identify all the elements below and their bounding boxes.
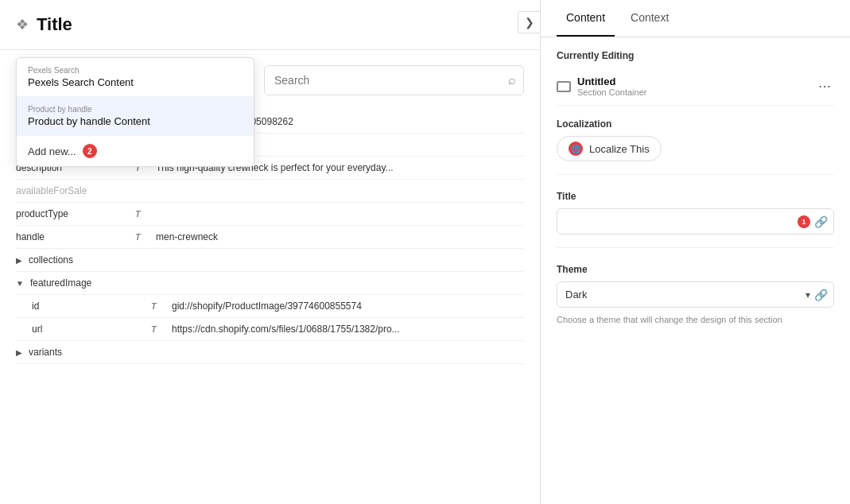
search-wrapper: ⌕ <box>264 65 524 95</box>
theme-field-section: Theme Dark Light Auto ▾ 🔗 Choose a theme… <box>557 264 834 326</box>
expand-icon: ▶ <box>16 256 22 265</box>
table-row: availableForSale <box>16 180 524 203</box>
row-type: T <box>151 324 164 334</box>
theme-select[interactable]: Dark Light Auto <box>557 281 834 308</box>
more-options-button[interactable]: ⋯ <box>815 76 834 97</box>
title-field-label: Title <box>557 191 834 202</box>
section-key: collections <box>29 254 73 266</box>
row-value: https://cdn.shopify.com/s/files/1/0688/1… <box>172 324 400 335</box>
localize-label: Localize This <box>589 143 650 155</box>
editing-text: Untitled Section Container <box>577 76 646 97</box>
table-row: url T https://cdn.shopify.com/s/files/1/… <box>16 318 524 341</box>
editing-info: Untitled Section Container <box>557 76 646 97</box>
localization-section: Localization 🌐 Localize This <box>557 118 834 175</box>
globe-icon: 🌐 <box>569 142 583 156</box>
currently-editing: Untitled Section Container ⋯ <box>557 68 834 106</box>
editing-sub: Section Container <box>577 87 646 97</box>
right-panel: Content Context Currently Editing Untitl… <box>541 0 850 504</box>
title-field-wrapper: 1 🔗 <box>557 208 834 235</box>
expand-icon: ▶ <box>16 348 22 357</box>
search-input[interactable] <box>264 65 524 95</box>
table-row: handle T men-crewneck <box>16 226 524 249</box>
row-type: T <box>135 232 148 242</box>
expand-icon: ▼ <box>16 279 24 288</box>
link-icon: 🔗 <box>814 289 828 301</box>
row-key: productType <box>16 208 127 219</box>
right-content: Currently Editing Untitled Section Conta… <box>541 37 850 504</box>
theme-description: Choose a theme that will change the desi… <box>557 314 834 326</box>
left-panel: ❯ ❖ Title Product by handle Product by h… <box>0 0 541 504</box>
table-row: productType T <box>16 203 524 226</box>
tabs: Content Context <box>541 0 850 37</box>
search-icon: ⌕ <box>508 73 516 87</box>
title-icon: ❖ <box>16 16 29 33</box>
menu-item-label-pexels: Pexels Search <box>28 66 243 75</box>
add-new-badge: 2 <box>83 144 97 158</box>
row-type: T <box>151 301 164 311</box>
row-type: T <box>135 209 148 219</box>
currently-editing-title: Currently Editing <box>557 50 834 61</box>
add-new-label: Add new... <box>28 145 76 157</box>
variants-section-row[interactable]: ▶ variants <box>16 341 524 364</box>
featured-image-section-row[interactable]: ▼ featuredImage <box>16 272 524 295</box>
section-key: featuredImage <box>30 277 91 289</box>
container-icon <box>557 81 571 92</box>
localization-title: Localization <box>557 118 834 130</box>
tab-context[interactable]: Context <box>621 0 678 37</box>
data-table: gid://shopify/Product/7982905098262 crew… <box>0 110 540 504</box>
row-value: men-crewneck <box>156 231 218 242</box>
menu-item-value-pexels: Pexels Search Content <box>28 76 243 88</box>
menu-item-label-product: Product by handle <box>28 105 243 114</box>
row-key: handle <box>16 231 127 242</box>
theme-field-label: Theme <box>557 264 834 275</box>
table-row: id T gid://shopify/ProductImage/39774600… <box>16 295 524 318</box>
add-new-item[interactable]: Add new... 2 <box>17 136 254 166</box>
editing-name: Untitled <box>577 76 646 87</box>
row-key: id <box>32 300 143 312</box>
collections-section-row[interactable]: ▶ collections <box>16 249 524 272</box>
title-badge: 1 <box>798 215 810 228</box>
title-field-section: Title 1 🔗 <box>557 191 834 248</box>
section-key: variants <box>29 347 62 358</box>
page-title: Title <box>37 14 72 35</box>
collapse-button[interactable]: ❯ <box>518 11 540 33</box>
row-key-muted: availableForSale <box>16 185 127 196</box>
dropdown-menu: Pexels Search Pexels Search Content Prod… <box>16 57 254 167</box>
dropdown-menu-item-product[interactable]: Product by handle Product by handle Cont… <box>17 97 254 136</box>
tab-content[interactable]: Content <box>557 0 615 37</box>
row-value: gid://shopify/ProductImage/3977460085557… <box>172 300 362 312</box>
menu-item-value-product: Product by handle Content <box>28 115 243 127</box>
title-input[interactable] <box>557 208 834 235</box>
theme-select-wrapper: Dark Light Auto ▾ 🔗 <box>557 281 834 308</box>
row-key: url <box>32 324 143 335</box>
dropdown-menu-item-pexels[interactable]: Pexels Search Pexels Search Content <box>17 58 254 97</box>
header: ❖ Title <box>0 0 540 50</box>
link-icon: 🔗 <box>814 215 828 228</box>
localize-button[interactable]: 🌐 Localize This <box>557 136 662 161</box>
